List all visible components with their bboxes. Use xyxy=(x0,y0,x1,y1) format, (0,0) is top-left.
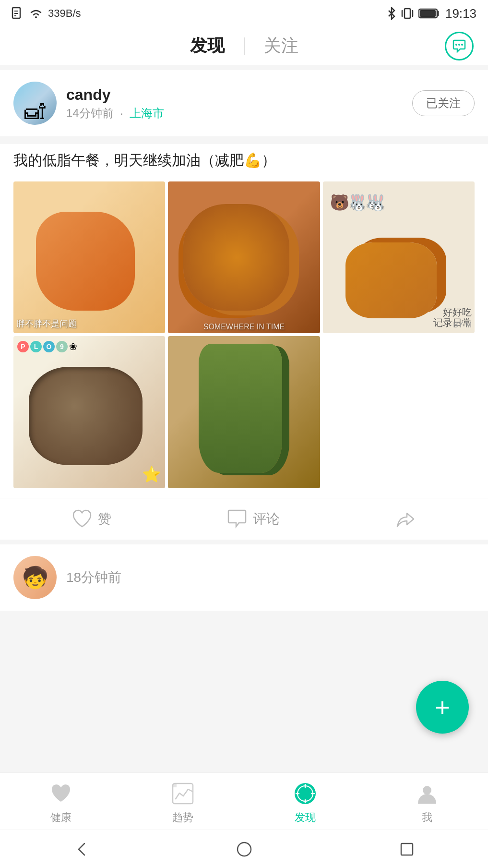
share-icon xyxy=(395,508,417,530)
post-image-2[interactable]: SOMEWHERE IN TIME xyxy=(168,181,320,333)
nav-item-trend[interactable]: 趋势 xyxy=(159,781,207,825)
plog-flower: ❀ xyxy=(69,341,81,352)
image-overlay-1: 胖不胖不是问题 xyxy=(16,318,77,329)
post-image-5[interactable] xyxy=(168,336,320,488)
image-grid-row2: P L O 9 ❀ ⭐ xyxy=(13,336,475,488)
clock: 19:13 xyxy=(445,6,476,21)
svg-rect-17 xyxy=(401,844,413,855)
recent-button[interactable] xyxy=(393,835,421,864)
plog-l: L xyxy=(30,341,42,352)
vibrate-icon xyxy=(401,7,414,20)
status-bar: 339B/s 19:13 xyxy=(0,0,488,27)
file-icon xyxy=(12,7,24,20)
post-header-2: 🧒 18分钟前 xyxy=(0,544,488,611)
status-right: 19:13 xyxy=(387,6,476,21)
nav-tabs: 发现 关注 xyxy=(171,34,318,58)
comment-icon xyxy=(226,508,248,530)
back-button[interactable] xyxy=(67,835,96,864)
me-icon xyxy=(414,781,440,807)
bottom-nav: 健康 趋势 发现 我 xyxy=(0,772,488,830)
food2-dot xyxy=(286,227,289,231)
post-time-2: 18分钟前 xyxy=(66,568,121,587)
nav-item-discover[interactable]: 发现 xyxy=(281,781,329,825)
message-icon-button[interactable] xyxy=(445,32,474,60)
svg-rect-4 xyxy=(405,9,410,18)
svg-rect-8 xyxy=(420,10,436,17)
android-nav xyxy=(0,830,488,868)
nav-item-me[interactable]: 我 xyxy=(403,781,451,825)
plus-icon: + xyxy=(435,694,450,720)
nav-header: 发现 关注 xyxy=(0,27,488,65)
tab-discover[interactable]: 发现 xyxy=(171,34,244,58)
network-speed: 339B/s xyxy=(48,7,81,20)
svg-point-16 xyxy=(238,843,251,856)
heart-icon xyxy=(71,508,93,530)
comment-label: 评论 xyxy=(253,510,280,528)
svg-point-10 xyxy=(458,44,460,46)
post-location[interactable]: 上海市 xyxy=(130,107,164,120)
avatar-candy[interactable] xyxy=(13,82,57,125)
like-label: 赞 xyxy=(98,510,111,528)
post-card-2: 🧒 18分钟前 xyxy=(0,544,488,611)
plog-p: P xyxy=(17,341,29,352)
svg-point-11 xyxy=(461,44,463,46)
svg-point-15 xyxy=(423,786,431,795)
separator-1 xyxy=(0,136,488,144)
post-time: 14分钟前 xyxy=(66,107,114,120)
discover-icon xyxy=(292,781,318,807)
bluetooth-icon xyxy=(387,7,396,20)
post-image-1[interactable]: 胖不胖不是问题 xyxy=(13,181,165,333)
plog-badge: P L O 9 ❀ xyxy=(17,341,81,352)
battery-icon xyxy=(418,7,440,20)
nav-item-health[interactable]: 健康 xyxy=(37,781,85,825)
plog-o: O xyxy=(43,341,55,352)
plog-9: 9 xyxy=(56,341,68,352)
image-grid-row1: 胖不胖不是问题 SOMEWHERE IN TIME 🐻🐰🐰 好好吃 记录日常 B… xyxy=(13,181,475,333)
status-left: 339B/s xyxy=(12,7,81,20)
post-card-1: candy 14分钟前 · 上海市 已关注 我的低脂午餐，明天继续加油（减肥💪）… xyxy=(0,70,488,540)
home-button[interactable] xyxy=(230,835,259,864)
post-user-info: candy 14分钟前 · 上海市 xyxy=(66,86,412,121)
image-overlay-3c: BY M xyxy=(453,321,472,329)
image-overlay-2: SOMEWHERE IN TIME xyxy=(203,323,285,331)
nav-health-label: 健康 xyxy=(50,810,71,825)
bear-emoji: 🐻🐰🐰 xyxy=(330,193,388,212)
username: candy xyxy=(66,86,412,104)
star-icon: ⭐ xyxy=(142,465,161,483)
nav-trend-label: 趋势 xyxy=(172,810,193,825)
post-content-1: 我的低脂午餐，明天继续加油（减肥💪） 胖不胖不是问题 SOMEWHERE IN … xyxy=(0,144,488,498)
wifi-icon xyxy=(29,8,43,19)
post-header-1: candy 14分钟前 · 上海市 已关注 xyxy=(0,70,488,136)
health-icon xyxy=(48,781,74,807)
comment-button[interactable]: 评论 xyxy=(226,508,280,530)
nav-discover-label: 发现 xyxy=(295,810,316,825)
tab-follow[interactable]: 关注 xyxy=(245,34,318,58)
post-meta: 14分钟前 · 上海市 xyxy=(66,106,412,121)
main-content: candy 14分钟前 · 上海市 已关注 我的低脂午餐，明天继续加油（减肥💪）… xyxy=(0,65,488,868)
post-image-4[interactable]: P L O 9 ❀ ⭐ xyxy=(13,336,165,488)
fab-create-button[interactable]: + xyxy=(416,681,469,734)
post-actions: 赞 评论 xyxy=(0,498,488,540)
post-image-3[interactable]: 🐻🐰🐰 好好吃 记录日常 BY M xyxy=(323,181,475,333)
post-text: 我的低脂午餐，明天继续加油（减肥💪） xyxy=(13,149,475,172)
chat-bubble-icon xyxy=(452,38,467,54)
share-button[interactable] xyxy=(395,508,417,530)
follow-button[interactable]: 已关注 xyxy=(412,90,475,116)
post-image-placeholder xyxy=(323,336,475,488)
like-button[interactable]: 赞 xyxy=(71,508,111,530)
svg-point-9 xyxy=(455,44,457,46)
trend-icon xyxy=(170,781,196,807)
avatar-baby[interactable]: 🧒 xyxy=(13,556,57,599)
nav-me-label: 我 xyxy=(422,810,432,825)
